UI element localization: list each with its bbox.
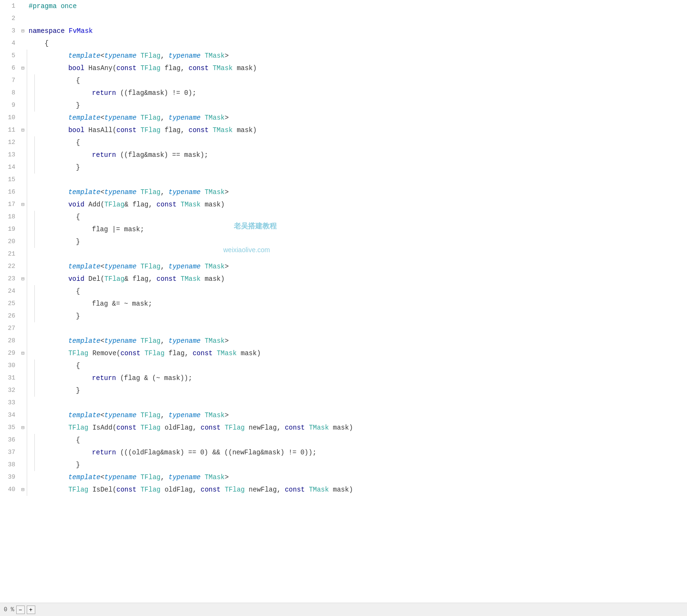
code-content: { bbox=[42, 211, 687, 223]
zoom-plus-button[interactable]: + bbox=[27, 606, 35, 614]
code-line: 4 { bbox=[0, 37, 687, 50]
code-content: return ((flag&mask) != 0); bbox=[42, 87, 687, 99]
token-kw-template: template bbox=[68, 188, 100, 196]
line-number: 30 bbox=[0, 359, 19, 372]
fold-gutter[interactable]: ⊟ bbox=[19, 124, 27, 136]
indent-guide bbox=[27, 112, 34, 124]
fold-gutter bbox=[19, 149, 27, 161]
line-number: 11 bbox=[0, 124, 19, 136]
token-kw-const: const bbox=[193, 349, 213, 357]
token-normal: IsAdd( bbox=[88, 424, 116, 431]
code-line: 35⊟ TFlag IsAdd(const TFlag oldFlag, con… bbox=[0, 421, 687, 434]
zoom-minus-button[interactable]: − bbox=[16, 606, 25, 614]
code-content: { bbox=[42, 74, 687, 87]
indent-guide bbox=[27, 174, 34, 186]
token-kw-tparam: TMask bbox=[217, 349, 237, 357]
indent-guide bbox=[27, 335, 34, 347]
token-kw-const: const bbox=[120, 349, 140, 357]
token-kw-return: return bbox=[92, 89, 116, 97]
indent-guide bbox=[34, 149, 42, 161]
token-normal: } bbox=[44, 102, 80, 109]
token-kw-const: const bbox=[285, 486, 305, 493]
fold-gutter[interactable]: ⊟ bbox=[19, 347, 27, 359]
token-kw-tparam: TFlag bbox=[68, 424, 88, 431]
code-line: 15 bbox=[0, 174, 687, 186]
token-kw-typename: typename bbox=[168, 337, 200, 345]
token-normal: Add( bbox=[84, 201, 104, 208]
code-content: { bbox=[42, 434, 687, 446]
code-content: void Del(TFlag& flag, const TMask mask) bbox=[34, 273, 687, 285]
token-normal: > bbox=[225, 411, 229, 419]
fold-gutter bbox=[19, 409, 27, 421]
line-number: 2 bbox=[0, 12, 19, 25]
token-normal: ((flag&mask) != 0); bbox=[116, 89, 196, 97]
code-line: 13 return ((flag&mask) == mask); bbox=[0, 149, 687, 161]
fold-gutter bbox=[19, 285, 27, 298]
fold-gutter[interactable]: ⊟ bbox=[19, 273, 27, 285]
indent-guide bbox=[27, 471, 34, 483]
token-normal: mask) bbox=[329, 424, 353, 431]
indent-guide bbox=[27, 198, 34, 211]
fold-gutter[interactable]: ⊟ bbox=[19, 62, 27, 74]
code-line: 29⊟ TFlag Remove(const TFlag flag, const… bbox=[0, 347, 687, 359]
code-editor: 1 #pragma once2 3⊟namespace FvMask4 {5 t… bbox=[0, 0, 687, 616]
code-lines: 1 #pragma once2 3⊟namespace FvMask4 {5 t… bbox=[0, 0, 687, 496]
code-content: { bbox=[42, 285, 687, 298]
fold-gutter bbox=[19, 236, 27, 248]
line-number: 1 bbox=[0, 0, 19, 12]
code-line: 26 } bbox=[0, 310, 687, 322]
token-normal: < bbox=[100, 114, 104, 122]
line-number: 9 bbox=[0, 99, 19, 112]
token-kw-tparam: TFlag bbox=[140, 188, 160, 196]
fold-gutter[interactable]: ⊟ bbox=[19, 198, 27, 211]
token-normal: < bbox=[100, 52, 104, 60]
code-line: 5 template<typename TFlag, typename TMas… bbox=[0, 50, 687, 62]
fold-gutter bbox=[19, 359, 27, 372]
line-number: 32 bbox=[0, 384, 19, 397]
token-kw-const: const bbox=[201, 486, 221, 493]
token-normal: Del( bbox=[84, 275, 104, 283]
line-number: 15 bbox=[0, 174, 19, 186]
indent-guide bbox=[27, 87, 34, 99]
indent-guide bbox=[27, 124, 34, 136]
indent-guide bbox=[34, 372, 42, 384]
token-normal bbox=[36, 473, 68, 481]
token-kw-return: return bbox=[92, 374, 116, 382]
code-line: 23⊟ void Del(TFlag& flag, const TMask ma… bbox=[0, 273, 687, 285]
code-line: 24 { bbox=[0, 285, 687, 298]
token-kw-tparam: TFlag bbox=[145, 349, 165, 357]
token-kw-template: template bbox=[68, 337, 100, 345]
token-kw-tparam: TFlag bbox=[140, 486, 160, 493]
token-normal bbox=[201, 473, 205, 481]
token-kw-template: template bbox=[68, 114, 100, 122]
token-normal: { bbox=[29, 40, 49, 47]
token-normal: flag, bbox=[165, 349, 193, 357]
code-line: 27 bbox=[0, 322, 687, 335]
indent-guide bbox=[34, 446, 42, 459]
indent-guide bbox=[27, 285, 34, 298]
token-normal bbox=[36, 64, 68, 72]
indent-guide bbox=[27, 434, 34, 446]
token-kw-const: const bbox=[188, 64, 208, 72]
code-content: return (((oldFlag&mask) == 0) && ((newFl… bbox=[42, 446, 687, 459]
fold-gutter bbox=[19, 471, 27, 483]
code-content: template<typename TFlag, typename TMask> bbox=[34, 335, 687, 347]
code-content: template<typename TFlag, typename TMask> bbox=[34, 186, 687, 198]
token-normal bbox=[36, 126, 68, 134]
indent-guide bbox=[34, 459, 42, 471]
token-normal: flag, bbox=[160, 126, 188, 134]
fold-gutter[interactable]: ⊟ bbox=[19, 421, 27, 434]
code-line: 28 template<typename TFlag, typename TMa… bbox=[0, 335, 687, 347]
code-line: 17⊟ void Add(TFlag& flag, const TMask ma… bbox=[0, 198, 687, 211]
token-normal: oldFlag, bbox=[160, 486, 200, 493]
fold-gutter[interactable]: ⊟ bbox=[19, 483, 27, 496]
token-kw-tparam: TFlag bbox=[225, 424, 245, 431]
token-kw-tparam: TFlag bbox=[140, 473, 160, 481]
fold-gutter[interactable]: ⊟ bbox=[19, 25, 27, 37]
token-kw-tparam: TMask bbox=[205, 188, 225, 196]
indent-guide bbox=[34, 359, 42, 372]
token-normal: IsDel( bbox=[88, 486, 116, 493]
token-normal bbox=[36, 349, 68, 357]
indent-guide bbox=[27, 421, 34, 434]
token-kw-tparam: TFlag bbox=[104, 275, 125, 283]
